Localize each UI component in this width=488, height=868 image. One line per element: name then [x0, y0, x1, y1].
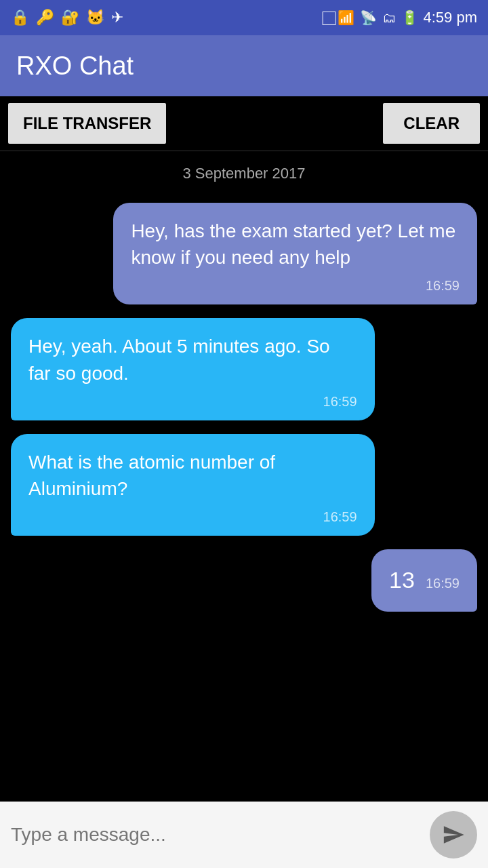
bubble-text: Hey, yeah. About 5 minutes ago. So far s…: [28, 333, 357, 386]
notification-icon-3: 🔐: [61, 9, 79, 26]
app-title: RXO Chat: [16, 52, 134, 81]
notification-icon-1: 🔒: [11, 9, 29, 26]
bubble-time: 16:59: [131, 276, 460, 295]
notification-icon-2: 🔑: [36, 9, 54, 26]
send-icon: [442, 823, 465, 846]
status-icons-right: ⃞ 📶 📡 🗂 🔋 4:59 pm: [332, 9, 478, 26]
message-row: What is the atomic number of Aluminium?1…: [11, 434, 477, 536]
date-label: 3 September 2017: [11, 165, 477, 182]
bubble-text: What is the atomic number of Aluminium?: [28, 449, 357, 502]
bubble-time: 16:59: [426, 574, 460, 593]
message-input[interactable]: [11, 818, 422, 851]
clear-button[interactable]: CLEAR: [383, 103, 480, 144]
send-button[interactable]: [430, 811, 477, 859]
message-row: Hey, yeah. About 5 minutes ago. So far s…: [11, 318, 477, 420]
notification-icon-4: 🐱: [86, 9, 104, 26]
status-time: 4:59 pm: [424, 9, 478, 26]
notification-icon-5: ✈: [111, 9, 123, 26]
chat-area: 3 September 2017 Hey, has the exam start…: [0, 151, 488, 802]
bubble-text: Hey, has the exam started yet? Let me kn…: [131, 218, 460, 271]
status-bar: 🔒 🔑 🔐 🐱 ✈ ⃞ 📶 📡 🗂 🔋 4:59 pm: [0, 0, 488, 35]
bubble-time: 16:59: [28, 392, 357, 411]
message-row: Hey, has the exam started yet? Let me kn…: [11, 203, 477, 304]
input-area: [0, 802, 488, 868]
bubble-number: 13: [389, 564, 415, 597]
message-bubble: 1316:59: [371, 549, 477, 612]
message-row: 1316:59: [11, 549, 477, 612]
signal-icon: 📶: [338, 9, 354, 26]
toolbar: FILE TRANSFER CLEAR: [0, 96, 488, 151]
message-bubble: What is the atomic number of Aluminium?1…: [11, 434, 375, 536]
wifi-icon: 📡: [360, 9, 377, 26]
file-transfer-button[interactable]: FILE TRANSFER: [8, 103, 166, 144]
app-bar: RXO Chat: [0, 35, 488, 96]
sim-icon: 🗂: [382, 10, 396, 26]
status-icons-left: 🔒 🔑 🔐 🐱 ✈: [11, 9, 123, 26]
bubble-time: 16:59: [28, 507, 357, 526]
battery-icon: 🔋: [401, 9, 418, 26]
message-bubble: Hey, yeah. About 5 minutes ago. So far s…: [11, 318, 375, 420]
message-bubble: Hey, has the exam started yet? Let me kn…: [113, 203, 477, 304]
